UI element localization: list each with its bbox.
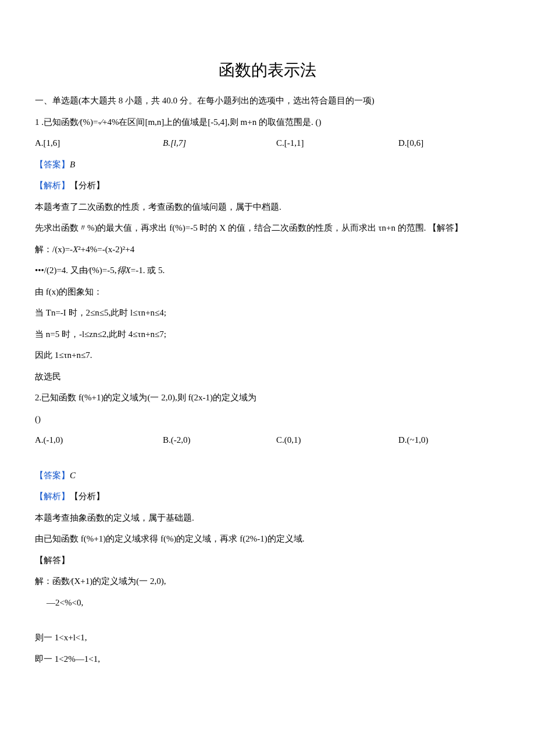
answer-label: 【答案】 [35,160,70,169]
q1-stem: 1 .已知函数∕(%)=-∕+4%在区间[m,n]上的值域是[-5,4],则 m… [35,116,500,129]
analysis-label-1: 【解析】 [35,181,70,190]
q1-line7: 当 n=5 时，-l≤zn≤2,此时 4≤τn+n≤7; [35,328,500,341]
q2-option-d: D.(~1,0) [398,433,428,447]
q2-paren: () [35,413,500,426]
q1-answer: 【答案】B [35,158,500,171]
q1-line4-pre: •••/(2)=4. 又由∕(%)=-5, [35,266,117,275]
q1-line5: 由 f(x)的图象知： [35,285,500,299]
q1-line3: 解：/(x)=-X²+4%=-(x-2)²+4 [35,243,500,256]
q1-line1: 本题考查了二次函数的性质，考查函数的值域问题，属于中档题. [35,200,500,214]
q2-line5: —2<%<0, [35,596,500,610]
q1-line4-dei: 得 [117,266,126,275]
q1-analysis-label: 【解析】【分析】 [35,179,500,192]
q1-line2: 先求出函数〃%)的最大值，再求出 f(%)=-5 时的 X 的值，结合二次函数的… [35,221,500,235]
q2-line3: 【解答】 [35,554,500,567]
q2-line1: 本题考查抽象函数的定义域，属于基础题. [35,511,500,525]
q2-answer: 【答案】C [35,469,500,482]
q1-line3-x2: X [73,245,78,254]
q2-line6: 则一 1<x+l<1, [35,631,500,644]
q1-option-b: B.[l,7] [163,137,276,150]
q2-option-b: B.(-2,0) [163,433,276,447]
q2-option-c: C.(0,1) [276,433,398,447]
q1-line4-post: =-1. 或 5. [131,266,165,275]
page-title: 函数的表示法 [35,58,500,83]
analysis-label-2: 【分析】 [70,181,105,190]
q1-line8: 因此 1≤τn+n≤7. [35,349,500,362]
q2-analysis-label: 【解析】【分析】 [35,490,500,503]
q1-line3-pre: 解：/(x)=- [35,245,73,254]
q1-line9: 故选民 [35,370,500,384]
analysis-label-2: 【分析】 [70,492,105,501]
section-heading: 一、单选题(本大题共 8 小题，共 40.0 分。在每小题列出的选项中，选出符合… [35,94,500,108]
q1-line4: •••/(2)=4. 又由∕(%)=-5,得X=-1. 或 5. [35,264,500,277]
q1-options: A.[1,6] B.[l,7] C.[-1,1] D.[0,6] [35,137,500,150]
q1-line3-mid: ²+4%=-(x-2)²+4 [78,245,134,254]
q1-option-d: D.[0,6] [398,137,423,150]
answer-label: 【答案】 [35,471,70,480]
q2-line7: 即一 1<2%—1<1, [35,653,500,666]
answer-value: B [70,160,75,169]
q1-line4-x: X [126,266,131,275]
q1-option-c: C.[-1,1] [276,137,398,150]
q2-line4: 解：函数∕(X+1)的定义域为(一 2,0), [35,575,500,588]
q2-stem: 2.已知函数 f(%+1)的定义域为(一 2,0),则 f(2x-1)的定义域为 [35,391,500,404]
analysis-label-1: 【解析】 [35,492,70,501]
answer-value: C [70,471,76,480]
q2-option-a: A.(-1,0) [35,433,163,447]
q1-option-a: A.[1,6] [35,137,163,150]
q2-options: A.(-1,0) B.(-2,0) C.(0,1) D.(~1,0) [35,433,500,447]
q2-line2: 由已知函数 f(%+1)的定义域求得 f(%)的定义域，再求 f(2%-1)的定… [35,532,500,546]
q1-line6: 当 Tn=-I 时，2≤n≤5,此时 l≤τn+n≤4; [35,306,500,320]
